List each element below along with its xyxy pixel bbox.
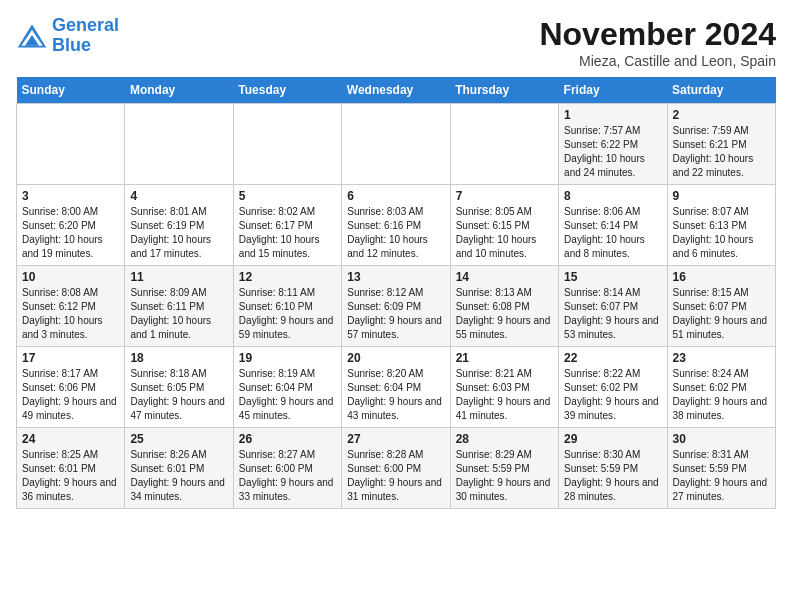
- day-number: 18: [130, 351, 227, 365]
- day-info: Sunrise: 8:15 AM Sunset: 6:07 PM Dayligh…: [673, 286, 770, 342]
- day-number: 20: [347, 351, 444, 365]
- weekday-header: Monday: [125, 77, 233, 104]
- day-info: Sunrise: 8:29 AM Sunset: 5:59 PM Dayligh…: [456, 448, 553, 504]
- title-block: November 2024 Mieza, Castille and Leon, …: [539, 16, 776, 69]
- day-number: 14: [456, 270, 553, 284]
- calendar-cell: 11Sunrise: 8:09 AM Sunset: 6:11 PM Dayli…: [125, 266, 233, 347]
- calendar-week-row: 1Sunrise: 7:57 AM Sunset: 6:22 PM Daylig…: [17, 104, 776, 185]
- day-info: Sunrise: 8:00 AM Sunset: 6:20 PM Dayligh…: [22, 205, 119, 261]
- calendar-cell: 25Sunrise: 8:26 AM Sunset: 6:01 PM Dayli…: [125, 428, 233, 509]
- day-info: Sunrise: 8:22 AM Sunset: 6:02 PM Dayligh…: [564, 367, 661, 423]
- calendar-cell: [450, 104, 558, 185]
- calendar-cell: 19Sunrise: 8:19 AM Sunset: 6:04 PM Dayli…: [233, 347, 341, 428]
- day-info: Sunrise: 7:59 AM Sunset: 6:21 PM Dayligh…: [673, 124, 770, 180]
- day-info: Sunrise: 8:01 AM Sunset: 6:19 PM Dayligh…: [130, 205, 227, 261]
- day-info: Sunrise: 8:18 AM Sunset: 6:05 PM Dayligh…: [130, 367, 227, 423]
- day-info: Sunrise: 8:26 AM Sunset: 6:01 PM Dayligh…: [130, 448, 227, 504]
- calendar-cell: 4Sunrise: 8:01 AM Sunset: 6:19 PM Daylig…: [125, 185, 233, 266]
- calendar-cell: [17, 104, 125, 185]
- day-info: Sunrise: 8:21 AM Sunset: 6:03 PM Dayligh…: [456, 367, 553, 423]
- day-number: 19: [239, 351, 336, 365]
- calendar-cell: 26Sunrise: 8:27 AM Sunset: 6:00 PM Dayli…: [233, 428, 341, 509]
- day-number: 3: [22, 189, 119, 203]
- weekday-header-row: SundayMondayTuesdayWednesdayThursdayFrid…: [17, 77, 776, 104]
- day-info: Sunrise: 8:24 AM Sunset: 6:02 PM Dayligh…: [673, 367, 770, 423]
- calendar-cell: 5Sunrise: 8:02 AM Sunset: 6:17 PM Daylig…: [233, 185, 341, 266]
- day-number: 9: [673, 189, 770, 203]
- calendar-cell: 7Sunrise: 8:05 AM Sunset: 6:15 PM Daylig…: [450, 185, 558, 266]
- calendar-cell: 29Sunrise: 8:30 AM Sunset: 5:59 PM Dayli…: [559, 428, 667, 509]
- calendar-cell: [233, 104, 341, 185]
- month-title: November 2024: [539, 16, 776, 53]
- calendar-cell: 10Sunrise: 8:08 AM Sunset: 6:12 PM Dayli…: [17, 266, 125, 347]
- calendar-week-row: 17Sunrise: 8:17 AM Sunset: 6:06 PM Dayli…: [17, 347, 776, 428]
- calendar-cell: 6Sunrise: 8:03 AM Sunset: 6:16 PM Daylig…: [342, 185, 450, 266]
- calendar-cell: 2Sunrise: 7:59 AM Sunset: 6:21 PM Daylig…: [667, 104, 775, 185]
- day-number: 30: [673, 432, 770, 446]
- day-number: 15: [564, 270, 661, 284]
- calendar-cell: [125, 104, 233, 185]
- day-info: Sunrise: 8:08 AM Sunset: 6:12 PM Dayligh…: [22, 286, 119, 342]
- day-number: 28: [456, 432, 553, 446]
- calendar-cell: 18Sunrise: 8:18 AM Sunset: 6:05 PM Dayli…: [125, 347, 233, 428]
- day-number: 23: [673, 351, 770, 365]
- calendar-cell: 15Sunrise: 8:14 AM Sunset: 6:07 PM Dayli…: [559, 266, 667, 347]
- calendar-cell: 28Sunrise: 8:29 AM Sunset: 5:59 PM Dayli…: [450, 428, 558, 509]
- calendar-cell: 1Sunrise: 7:57 AM Sunset: 6:22 PM Daylig…: [559, 104, 667, 185]
- day-info: Sunrise: 7:57 AM Sunset: 6:22 PM Dayligh…: [564, 124, 661, 180]
- day-number: 1: [564, 108, 661, 122]
- calendar-cell: 9Sunrise: 8:07 AM Sunset: 6:13 PM Daylig…: [667, 185, 775, 266]
- calendar-week-row: 24Sunrise: 8:25 AM Sunset: 6:01 PM Dayli…: [17, 428, 776, 509]
- logo-text: General Blue: [52, 16, 119, 56]
- day-number: 6: [347, 189, 444, 203]
- weekday-header: Thursday: [450, 77, 558, 104]
- day-info: Sunrise: 8:27 AM Sunset: 6:00 PM Dayligh…: [239, 448, 336, 504]
- day-info: Sunrise: 8:13 AM Sunset: 6:08 PM Dayligh…: [456, 286, 553, 342]
- day-info: Sunrise: 8:17 AM Sunset: 6:06 PM Dayligh…: [22, 367, 119, 423]
- day-info: Sunrise: 8:07 AM Sunset: 6:13 PM Dayligh…: [673, 205, 770, 261]
- calendar-cell: 8Sunrise: 8:06 AM Sunset: 6:14 PM Daylig…: [559, 185, 667, 266]
- day-number: 22: [564, 351, 661, 365]
- day-info: Sunrise: 8:12 AM Sunset: 6:09 PM Dayligh…: [347, 286, 444, 342]
- logo-icon: [16, 22, 48, 50]
- calendar-cell: 14Sunrise: 8:13 AM Sunset: 6:08 PM Dayli…: [450, 266, 558, 347]
- calendar-week-row: 10Sunrise: 8:08 AM Sunset: 6:12 PM Dayli…: [17, 266, 776, 347]
- day-info: Sunrise: 8:19 AM Sunset: 6:04 PM Dayligh…: [239, 367, 336, 423]
- day-number: 11: [130, 270, 227, 284]
- day-number: 27: [347, 432, 444, 446]
- day-number: 16: [673, 270, 770, 284]
- day-info: Sunrise: 8:02 AM Sunset: 6:17 PM Dayligh…: [239, 205, 336, 261]
- calendar-cell: 12Sunrise: 8:11 AM Sunset: 6:10 PM Dayli…: [233, 266, 341, 347]
- calendar-cell: 22Sunrise: 8:22 AM Sunset: 6:02 PM Dayli…: [559, 347, 667, 428]
- day-info: Sunrise: 8:11 AM Sunset: 6:10 PM Dayligh…: [239, 286, 336, 342]
- day-number: 13: [347, 270, 444, 284]
- calendar-cell: 3Sunrise: 8:00 AM Sunset: 6:20 PM Daylig…: [17, 185, 125, 266]
- day-info: Sunrise: 8:25 AM Sunset: 6:01 PM Dayligh…: [22, 448, 119, 504]
- calendar-cell: 17Sunrise: 8:17 AM Sunset: 6:06 PM Dayli…: [17, 347, 125, 428]
- day-number: 12: [239, 270, 336, 284]
- day-number: 17: [22, 351, 119, 365]
- day-info: Sunrise: 8:03 AM Sunset: 6:16 PM Dayligh…: [347, 205, 444, 261]
- day-number: 21: [456, 351, 553, 365]
- calendar-week-row: 3Sunrise: 8:00 AM Sunset: 6:20 PM Daylig…: [17, 185, 776, 266]
- calendar-cell: 24Sunrise: 8:25 AM Sunset: 6:01 PM Dayli…: [17, 428, 125, 509]
- day-number: 7: [456, 189, 553, 203]
- day-info: Sunrise: 8:31 AM Sunset: 5:59 PM Dayligh…: [673, 448, 770, 504]
- day-info: Sunrise: 8:20 AM Sunset: 6:04 PM Dayligh…: [347, 367, 444, 423]
- day-info: Sunrise: 8:06 AM Sunset: 6:14 PM Dayligh…: [564, 205, 661, 261]
- day-number: 2: [673, 108, 770, 122]
- weekday-header: Sunday: [17, 77, 125, 104]
- calendar-cell: [342, 104, 450, 185]
- day-number: 8: [564, 189, 661, 203]
- day-info: Sunrise: 8:05 AM Sunset: 6:15 PM Dayligh…: [456, 205, 553, 261]
- calendar-cell: 27Sunrise: 8:28 AM Sunset: 6:00 PM Dayli…: [342, 428, 450, 509]
- weekday-header: Wednesday: [342, 77, 450, 104]
- day-number: 10: [22, 270, 119, 284]
- calendar-cell: 23Sunrise: 8:24 AM Sunset: 6:02 PM Dayli…: [667, 347, 775, 428]
- weekday-header: Tuesday: [233, 77, 341, 104]
- logo: General Blue: [16, 16, 119, 56]
- page-header: General Blue November 2024 Mieza, Castil…: [16, 16, 776, 69]
- calendar-cell: 16Sunrise: 8:15 AM Sunset: 6:07 PM Dayli…: [667, 266, 775, 347]
- calendar-cell: 13Sunrise: 8:12 AM Sunset: 6:09 PM Dayli…: [342, 266, 450, 347]
- day-info: Sunrise: 8:09 AM Sunset: 6:11 PM Dayligh…: [130, 286, 227, 342]
